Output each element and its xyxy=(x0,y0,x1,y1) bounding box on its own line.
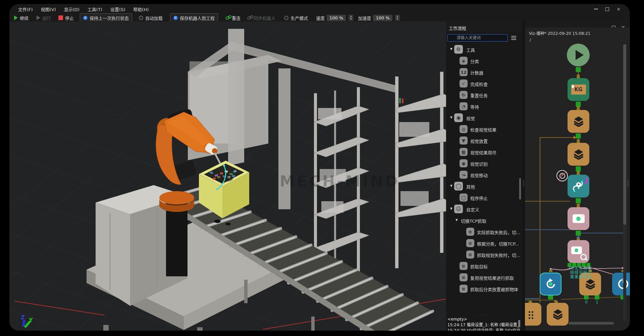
tree-item[interactable]: ≡抓取后分类放置被抓物体 xyxy=(446,283,523,294)
tree-item[interactable]: ≡抓取规划失败时，切... xyxy=(446,249,523,260)
menu-display[interactable]: 显示(D) xyxy=(64,6,79,12)
vision-exhausted-icon: ▦ xyxy=(460,148,468,156)
tree-item-label: 程序停止 xyxy=(470,195,488,201)
tree-item-label: 抓取后分类放置被抓物体 xyxy=(470,286,518,292)
menu-tools[interactable]: 工具(T) xyxy=(88,6,102,12)
tree-scrollbar[interactable] xyxy=(519,178,521,200)
stop-icon xyxy=(58,15,63,20)
tree-item[interactable]: ≡实际抓取失败后，切... xyxy=(446,226,523,237)
expand-arrow-icon[interactable]: ▼ xyxy=(450,116,452,119)
menu-settings[interactable]: 设置(S) xyxy=(110,6,125,12)
menu-file[interactable]: 文件(F) xyxy=(18,6,33,12)
branch-label: 无点云 xyxy=(587,266,591,279)
minimize-icon[interactable] xyxy=(594,9,598,9)
tree-item-label: 根据分类，切换TCP... xyxy=(477,240,519,247)
tree-item-label: 等待 xyxy=(470,104,479,110)
watermark-text: MECH-MIND xyxy=(280,173,400,190)
tree-item[interactable]: ≡抓取目标 xyxy=(446,260,523,272)
branch-label: 未完成 xyxy=(578,266,582,279)
restore-icon[interactable] xyxy=(605,7,609,11)
sync-icon xyxy=(247,15,252,20)
tree-item[interactable]: ◔等待 xyxy=(446,101,523,112)
node-procedure-1[interactable] xyxy=(568,110,589,133)
expand-arrow-icon[interactable]: ▼ xyxy=(450,184,452,187)
node-set-payload[interactable]: KG xyxy=(568,78,589,101)
tree-item[interactable]: ◈分类 xyxy=(446,55,523,66)
node-program-stop[interactable] xyxy=(612,273,630,295)
save-robot-toggle[interactable]: 保存机器人到工程 xyxy=(170,13,218,22)
node-loop-selected[interactable] xyxy=(540,273,561,295)
tree-item[interactable]: ↻重置任务 xyxy=(446,89,523,101)
dots-icon xyxy=(529,311,530,313)
tree-item[interactable]: ◯程序停止 xyxy=(446,192,523,203)
node-partial[interactable] xyxy=(525,303,541,326)
node-start[interactable] xyxy=(567,44,590,66)
layers-icon xyxy=(573,149,585,160)
auto-load-toggle[interactable]: 自动加载 xyxy=(139,15,163,21)
wait-icon: ◔ xyxy=(460,102,468,110)
axis-triad: Z Y xyxy=(21,314,33,327)
reconnect-button[interactable]: 重连 xyxy=(225,15,240,21)
speed-value[interactable]: 100 % xyxy=(327,15,346,21)
tree-item[interactable]: ↝视觉移动 xyxy=(446,169,523,180)
tree-item-label: 视觉结果用尽 xyxy=(470,149,496,156)
acceleration-control: 加速度 100 % ▲▼ xyxy=(358,15,399,21)
speed-stepper[interactable]: ▲▼ xyxy=(348,15,353,21)
viewport-3d-scene[interactable]: MECH-MIND Z Y xyxy=(9,21,446,331)
expand-arrow-icon[interactable]: ▼ xyxy=(450,47,452,51)
tree-item[interactable]: ▼◯其他 xyxy=(446,180,523,192)
keep-last-state-toggle[interactable]: 保持上一次执行状态 xyxy=(80,13,132,22)
node-vision-move[interactable]: J xyxy=(568,175,589,198)
layers-icon: ≡ xyxy=(466,239,474,247)
layers-icon xyxy=(552,309,564,320)
list-view-icon[interactable] xyxy=(511,36,516,37)
tree-item-label: 检查视觉结果 xyxy=(470,126,496,133)
workflow-panel: 工作流程 × ▼⚙工具◈分类12计数器✓完成检查↻重置任务◔等待▼◉视觉◎检查视… xyxy=(446,20,630,331)
stop-button[interactable]: 停止 xyxy=(58,15,74,21)
port-label-1: 1 xyxy=(595,300,599,304)
tree-item[interactable]: ◉视觉识别 xyxy=(446,158,523,169)
acceleration-value[interactable]: 100 % xyxy=(373,15,392,21)
tree-item-label: 复用视觉结果进行抓取 xyxy=(470,275,514,281)
log-scrollbar[interactable] xyxy=(518,320,520,327)
menu-help[interactable]: 帮助(H) xyxy=(133,6,149,12)
graph-vscrollbar[interactable] xyxy=(623,44,626,225)
node-procedure-4[interactable] xyxy=(547,303,569,326)
expand-arrow-icon[interactable]: ▼ xyxy=(450,207,452,210)
tree-item[interactable]: ▼☺自定义 xyxy=(446,203,523,215)
camera-icon xyxy=(573,214,585,223)
tree-item[interactable]: ≡复用视觉结果进行抓取 xyxy=(446,272,523,283)
tree-item[interactable]: ≡根据分类，切换TCP... xyxy=(446,237,523,249)
tree-item[interactable]: 12计数器 xyxy=(446,66,523,78)
tree-item-label: 切换TCP抓取 xyxy=(461,218,486,224)
menu-view[interactable]: 视图(V) xyxy=(41,6,56,12)
workflow-graph[interactable]: Viz-播种* 2022-09-20 15:08:21 / xyxy=(525,27,630,331)
tree-item[interactable]: ▦视觉结果用尽 xyxy=(446,146,523,158)
acceleration-stepper[interactable]: ▲▼ xyxy=(395,15,400,21)
production-mode-toggle[interactable]: 生产模式 xyxy=(284,15,308,21)
port-label-0: 0 xyxy=(584,300,589,304)
tree-item[interactable]: ▼◉视觉 xyxy=(446,112,523,123)
expand-arrow-icon[interactable]: ▼ xyxy=(455,218,458,222)
tree-item-label: 视觉放置 xyxy=(470,138,488,144)
node-check-vision-result[interactable] xyxy=(568,240,589,263)
tree-item[interactable]: ◎检查视觉结果 xyxy=(446,123,523,135)
tree-item-label: 视觉移动 xyxy=(470,172,488,178)
graph-vscrollbar-track[interactable] xyxy=(623,44,626,321)
tree-item[interactable]: ▼切换TCP抓取 xyxy=(446,215,523,226)
tree-item[interactable]: ▼视觉放置 xyxy=(446,135,523,146)
continue-button[interactable]: 继续 xyxy=(14,15,29,21)
play-icon xyxy=(14,15,18,20)
node-procedure-2[interactable] xyxy=(568,143,589,166)
close-icon[interactable]: × xyxy=(616,7,621,11)
tree-item[interactable]: ▼⚙工具 xyxy=(446,44,523,55)
search-input[interactable] xyxy=(447,34,508,42)
tree-item[interactable]: ✓完成检查 xyxy=(446,78,523,89)
node-vision-recognize[interactable] xyxy=(568,207,589,230)
log-area: <empty>15:24:17 载荷设置_1: 名称 (载荷设置_1 -15:2… xyxy=(447,317,520,331)
toggle-on-icon xyxy=(173,16,178,20)
graph-hscrollbar[interactable] xyxy=(569,322,614,325)
loop-icon xyxy=(544,278,557,290)
panel-splitter[interactable] xyxy=(523,20,525,331)
person-icon: ☺ xyxy=(454,205,463,213)
